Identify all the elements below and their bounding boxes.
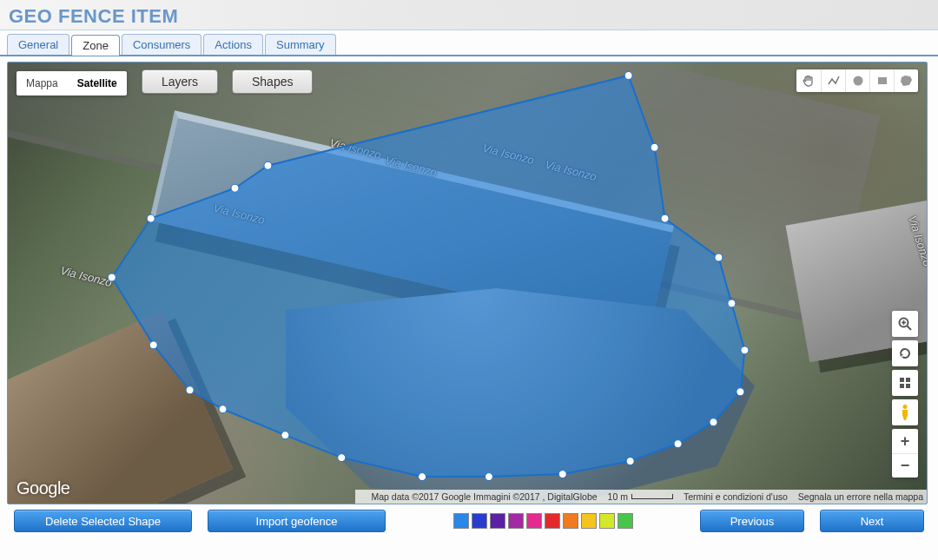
- scale-control: 10 m: [608, 491, 673, 502]
- svg-point-0: [853, 76, 862, 86]
- map-canvas[interactable]: Via IsonzoVia IsonzoVia IsonzoVia Isonzo…: [7, 62, 928, 504]
- building-misc-1: [7, 311, 233, 504]
- polygon-vertex[interactable]: [624, 71, 632, 79]
- tilt-icon[interactable]: [892, 370, 918, 396]
- svg-rect-8: [900, 384, 904, 388]
- rectangle-icon[interactable]: [869, 69, 894, 92]
- color-swatch[interactable]: [526, 513, 542, 529]
- color-swatch[interactable]: [472, 513, 487, 529]
- import-geofence-button[interactable]: Import geofence: [208, 510, 386, 532]
- polygon-vertex[interactable]: [741, 346, 749, 354]
- polygon-vertex[interactable]: [485, 473, 492, 481]
- polygon-vertex[interactable]: [710, 418, 717, 426]
- terms-link[interactable]: Termini e condizioni d'uso: [684, 491, 788, 502]
- svg-rect-1: [878, 77, 887, 84]
- map-type-satellite[interactable]: Satellite: [68, 71, 127, 96]
- shapes-button[interactable]: Shapes: [232, 69, 313, 94]
- polygon-vertex[interactable]: [281, 432, 289, 439]
- drawing-toolbar: [796, 69, 918, 92]
- tab-actions[interactable]: Actions: [203, 34, 263, 55]
- color-swatch[interactable]: [490, 513, 505, 529]
- polygon-vertex[interactable]: [219, 405, 227, 413]
- copyright-text: Map data ©2017 Google Immagini ©2017 , D…: [372, 491, 598, 502]
- next-button[interactable]: Next: [820, 510, 924, 532]
- polyline-icon[interactable]: [821, 69, 845, 92]
- svg-line-3: [908, 326, 912, 331]
- zoom-out-button[interactable]: −: [892, 453, 918, 478]
- polygon-vertex[interactable]: [264, 161, 272, 169]
- svg-point-10: [903, 405, 908, 409]
- building-curved: [286, 288, 755, 504]
- svg-rect-6: [900, 378, 904, 382]
- search-zoom-icon[interactable]: [892, 311, 918, 337]
- circle-icon[interactable]: [845, 69, 869, 92]
- map-type-mappa[interactable]: Mappa: [17, 71, 68, 96]
- polygon-vertex[interactable]: [651, 143, 658, 151]
- scale-bar-icon: [631, 494, 673, 499]
- tab-summary[interactable]: Summary: [265, 34, 336, 55]
- zoom-in-button[interactable]: +: [892, 429, 918, 453]
- polygon-vertex[interactable]: [715, 254, 723, 261]
- polygon-vertex[interactable]: [626, 458, 634, 465]
- svg-rect-9: [906, 384, 910, 388]
- page-title: GEO FENCE ITEM: [0, 0, 938, 30]
- polygon-vertex[interactable]: [108, 273, 116, 281]
- map-vertical-controls: + −: [892, 311, 918, 478]
- polygon-vertex[interactable]: [558, 471, 566, 478]
- tab-zone[interactable]: Zone: [71, 35, 120, 56]
- polygon-vertex[interactable]: [674, 440, 682, 448]
- action-bar: Delete Selected Shape Import geofence Pr…: [7, 504, 931, 532]
- scale-label: 10 m: [608, 491, 628, 502]
- street-label: Via Isonzo: [59, 264, 113, 289]
- pegman-icon[interactable]: [892, 399, 918, 425]
- polygon-vertex[interactable]: [338, 454, 346, 462]
- polygon-vertex[interactable]: [737, 388, 744, 396]
- color-swatch[interactable]: [545, 513, 560, 529]
- color-palette: [453, 513, 633, 529]
- polygon-icon[interactable]: [894, 69, 918, 92]
- tab-consumers[interactable]: Consumers: [122, 34, 201, 55]
- tab-bar: GeneralZoneConsumersActionsSummary: [0, 30, 938, 56]
- polygon-vertex[interactable]: [231, 184, 239, 192]
- pan-hand-icon[interactable]: [796, 69, 821, 92]
- layers-button[interactable]: Layers: [142, 69, 218, 94]
- color-swatch[interactable]: [581, 513, 597, 529]
- previous-button[interactable]: Previous: [700, 510, 804, 532]
- polygon-vertex[interactable]: [419, 473, 426, 481]
- polygon-vertex[interactable]: [186, 386, 194, 394]
- report-error-link[interactable]: Segnala un errore nella mappa: [798, 491, 923, 502]
- rotate-icon[interactable]: [892, 340, 918, 366]
- tab-general[interactable]: General: [7, 34, 69, 55]
- color-swatch[interactable]: [508, 513, 524, 529]
- polygon-vertex[interactable]: [728, 300, 736, 307]
- color-swatch[interactable]: [453, 513, 469, 529]
- polygon-vertex[interactable]: [661, 214, 669, 222]
- polygon-vertex[interactable]: [147, 214, 155, 222]
- color-swatch[interactable]: [618, 513, 633, 529]
- google-logo: Google: [17, 478, 70, 498]
- color-swatch[interactable]: [599, 513, 615, 529]
- map-attribution-bar: Map data ©2017 Google Immagini ©2017 , D…: [355, 490, 927, 504]
- delete-shape-button[interactable]: Delete Selected Shape: [14, 510, 192, 532]
- zoom-group: + −: [892, 429, 918, 478]
- svg-rect-7: [906, 378, 910, 382]
- polygon-vertex[interactable]: [149, 341, 157, 349]
- color-swatch[interactable]: [563, 513, 578, 529]
- map-type-control: Mappa Satellite: [17, 71, 127, 96]
